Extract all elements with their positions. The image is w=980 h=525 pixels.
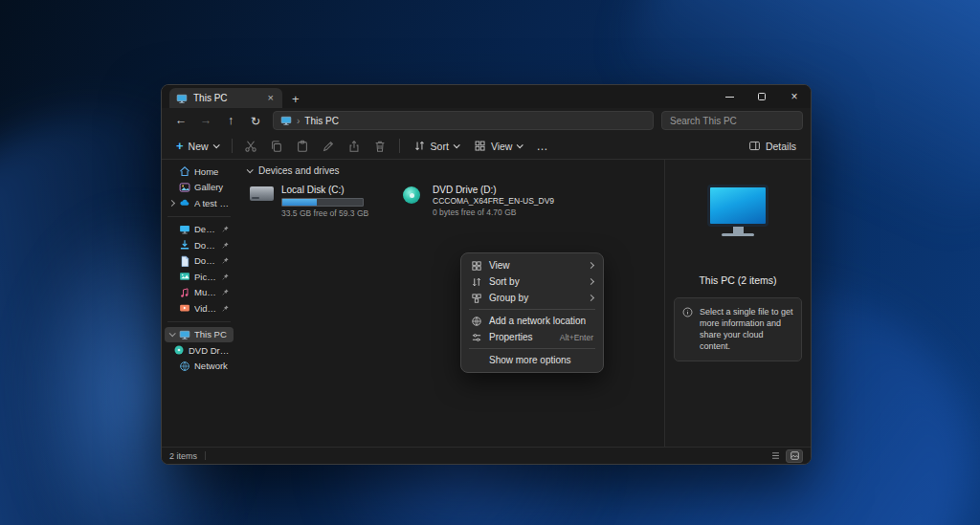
drive-item-dvd-d[interactable]: DVD Drive (D:) CCCOMA_X64FRE_EN-US_DV9 0…: [401, 185, 525, 218]
minimize-button[interactable]: [713, 85, 746, 108]
music-icon: [179, 287, 190, 298]
breadcrumb[interactable]: This PC: [304, 116, 339, 126]
network-location-icon: [471, 316, 482, 327]
sidebar-item-this-pc[interactable]: This PC: [165, 327, 234, 343]
sidebar-item-music[interactable]: Music: [165, 285, 234, 301]
drive-item-local-disk-c[interactable]: Local Disk (C:) 33.5 GB free of 59.3 GB: [250, 185, 374, 218]
sidebar-divider: [167, 216, 231, 217]
disk-usage-bar: [281, 198, 364, 207]
context-menu-sort-by[interactable]: Sort by: [465, 273, 599, 290]
tab-this-pc[interactable]: This PC ×: [169, 88, 282, 108]
section-collapse-icon[interactable]: [247, 166, 254, 173]
rename-button[interactable]: [317, 136, 341, 157]
pin-icon: [221, 288, 230, 296]
view-button[interactable]: View: [467, 136, 529, 157]
sidebar-item-network[interactable]: Network: [165, 359, 234, 375]
this-pc-icon: [176, 93, 188, 104]
view-icon: [471, 260, 482, 272]
properties-icon: [471, 332, 482, 343]
menu-divider: [469, 348, 595, 349]
this-pc-icon: [280, 115, 292, 126]
empty-icon-slot: [471, 355, 482, 366]
minimize-icon: [725, 97, 734, 98]
desktop-icon: [179, 224, 190, 235]
chevron-down-icon: [212, 142, 219, 148]
view-icon: [474, 140, 486, 152]
context-menu-view[interactable]: View: [465, 257, 599, 273]
details-info-card: Select a single file to get more informa…: [674, 297, 802, 361]
details-pane-button[interactable]: Details: [742, 136, 803, 157]
shortcut-label: Alt+Enter: [560, 333, 593, 342]
dvd-drive-icon: [173, 344, 185, 356]
sidebar-item-downloads[interactable]: Downloads: [165, 237, 234, 253]
chevron-down-icon: [168, 331, 175, 338]
hard-disk-icon: [250, 186, 274, 201]
videos-icon: [179, 302, 190, 314]
dvd-disc-icon: [403, 186, 420, 204]
this-pc-large-icon: [707, 185, 768, 236]
context-menu-properties[interactable]: Properties Alt+Enter: [465, 329, 599, 345]
address-bar[interactable]: › This PC: [273, 111, 654, 130]
pin-icon: [221, 225, 230, 233]
gallery-icon: [179, 182, 190, 193]
navigation-bar: ← → ↑ ↻ › This PC: [162, 108, 811, 133]
more-options-button[interactable]: …: [530, 136, 554, 157]
network-icon: [179, 361, 190, 372]
new-tab-icon[interactable]: +: [292, 93, 300, 105]
large-icons-view-icon: [790, 450, 800, 461]
cut-button[interactable]: [239, 136, 263, 157]
copy-button[interactable]: [265, 136, 289, 157]
context-menu-add-network-location[interactable]: Add a network location: [465, 313, 599, 329]
new-button[interactable]: + New: [169, 136, 225, 157]
sort-by-icon: [471, 276, 482, 288]
share-button[interactable]: [343, 136, 367, 157]
sidebar-item-onedrive[interactable]: A test - Personal: [165, 195, 234, 211]
pin-icon: [221, 241, 230, 250]
chevron-down-icon: [517, 142, 523, 148]
sidebar-item-videos[interactable]: Videos: [165, 300, 234, 317]
sidebar-item-desktop[interactable]: Desktop: [165, 222, 234, 238]
maximize-button[interactable]: [746, 85, 778, 108]
item-count: 2 items: [169, 451, 197, 461]
sidebar-item-home[interactable]: Home: [165, 164, 234, 180]
tab-close-icon[interactable]: ×: [266, 93, 276, 103]
this-pc-icon: [179, 329, 190, 340]
refresh-button[interactable]: ↻: [244, 110, 267, 131]
forward-button[interactable]: →: [194, 110, 217, 131]
tab-strip: This PC × + ×: [162, 85, 811, 108]
sidebar-divider: [167, 321, 231, 322]
sort-icon: [413, 140, 426, 152]
submenu-chevron-icon: [588, 295, 594, 301]
sidebar-item-gallery[interactable]: Gallery: [165, 180, 234, 196]
documents-icon: [179, 255, 190, 267]
toolbar-divider: [399, 139, 400, 153]
downloads-icon: [179, 239, 190, 251]
home-icon: [179, 165, 190, 177]
disk-usage-fill: [282, 199, 317, 206]
chevron-down-icon: [454, 142, 460, 148]
large-icons-view-toggle[interactable]: [786, 449, 803, 463]
paste-button[interactable]: [291, 136, 315, 157]
status-divider: [205, 451, 206, 460]
status-bar: 2 items: [162, 447, 811, 464]
context-menu-show-more-options[interactable]: Show more options: [465, 352, 599, 368]
section-devices-and-drives[interactable]: Devices and drives: [244, 165, 657, 176]
search-input[interactable]: [662, 112, 802, 129]
close-button[interactable]: ×: [778, 85, 811, 108]
delete-button[interactable]: [368, 136, 392, 157]
up-button[interactable]: ↑: [219, 110, 242, 131]
breadcrumb-chevron-icon: ›: [297, 116, 300, 126]
details-pane-title: This PC (2 items): [699, 274, 776, 286]
context-menu-group-by[interactable]: Group by: [465, 290, 599, 306]
copy-icon: [270, 140, 283, 153]
details-view-toggle[interactable]: [767, 449, 784, 463]
search-box: [661, 111, 803, 130]
sort-button[interactable]: Sort: [407, 136, 465, 157]
sidebar-item-documents[interactable]: Documents: [165, 253, 234, 270]
sidebar-item-pictures[interactable]: Pictures: [165, 269, 234, 285]
sidebar-item-dvd-drive[interactable]: DVD Drive (D:) CCC: [170, 342, 234, 359]
back-button[interactable]: ←: [169, 110, 192, 131]
toolbar-divider: [232, 139, 233, 153]
details-pane-icon: [748, 140, 761, 152]
details-view-icon: [770, 450, 781, 461]
